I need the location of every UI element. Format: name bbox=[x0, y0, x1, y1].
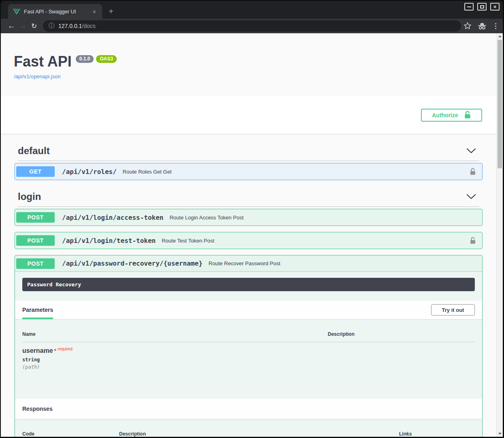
operation-path: /api/v1/login/test-token bbox=[62, 237, 156, 245]
tag-section-login[interactable]: login bbox=[18, 191, 479, 207]
maximize-icon bbox=[480, 5, 484, 9]
parameters-section-header: Parameters Try it out bbox=[15, 301, 482, 319]
operation-summary[interactable]: POST /api/v1/password-recovery/{username… bbox=[15, 256, 482, 272]
method-badge: POST bbox=[16, 212, 55, 223]
reload-icon[interactable]: ↻ bbox=[28, 20, 40, 32]
close-button[interactable]: × bbox=[490, 3, 500, 11]
response-code-header: Code bbox=[22, 431, 119, 437]
opblock-test-token: POST /api/v1/login/test-token Route Test… bbox=[15, 232, 483, 249]
operation-summary-text: Route Recover Password Post bbox=[209, 260, 280, 266]
tab-close-icon[interactable]: × bbox=[91, 8, 98, 15]
parameter-row: username*required string (path) bbox=[22, 347, 475, 370]
operation-summary[interactable]: POST /api/v1/login/access-token Route Lo… bbox=[15, 209, 482, 225]
operation-summary[interactable]: POST /api/v1/login/test-token Route Test… bbox=[15, 232, 482, 249]
parameter-location: (path) bbox=[22, 364, 475, 370]
swagger-page: Fast API 0.1.0 OAS3 /api/v1/openapi.json… bbox=[1, 33, 503, 437]
param-name-header: Name bbox=[22, 331, 328, 337]
chevron-down-icon[interactable] bbox=[466, 194, 476, 200]
tab-strip: Fast API - Swagger UI × + × bbox=[1, 1, 503, 19]
oas3-badge: OAS3 bbox=[96, 55, 117, 63]
browser-tab[interactable]: Fast API - Swagger UI × bbox=[8, 4, 102, 19]
page-scrollbar[interactable] bbox=[496, 33, 503, 437]
method-badge: POST bbox=[16, 258, 55, 269]
operation-path: /api/v1/password-recovery/{username} bbox=[62, 260, 203, 267]
bookmark-star-icon[interactable] bbox=[463, 22, 472, 30]
openapi-spec-link[interactable]: /api/v1/openapi.json bbox=[14, 73, 61, 79]
opblock-roles-get: GET /api/v1/roles/ Route Roles Get Get bbox=[15, 163, 483, 180]
authorize-label: Authorize bbox=[432, 112, 458, 118]
operation-description: Password Recovery bbox=[27, 281, 81, 288]
minimize-icon bbox=[467, 6, 471, 7]
required-asterisk: * bbox=[54, 348, 56, 354]
parameters-table: Name Description username*required strin… bbox=[15, 319, 482, 399]
tag-label: default bbox=[18, 145, 50, 157]
version-badge: 0.1.0 bbox=[76, 55, 94, 63]
auth-lock-icon[interactable] bbox=[470, 168, 476, 176]
method-badge: POST bbox=[16, 235, 55, 246]
authorize-button[interactable]: Authorize bbox=[421, 109, 482, 122]
opblock-password-recovery: POST /api/v1/password-recovery/{username… bbox=[15, 255, 483, 437]
required-label: required bbox=[58, 347, 73, 351]
auth-lock-icon[interactable] bbox=[470, 237, 476, 245]
tag-section-default[interactable]: default bbox=[18, 145, 479, 161]
chevron-down-icon[interactable] bbox=[466, 148, 476, 154]
operation-path: /api/v1/roles/ bbox=[62, 168, 117, 176]
minimize-button[interactable] bbox=[464, 3, 474, 11]
scrollbar-thumb[interactable] bbox=[498, 40, 502, 168]
menu-icon[interactable] bbox=[493, 23, 499, 29]
param-description-header: Description bbox=[328, 331, 355, 337]
try-it-out-button[interactable]: Try it out bbox=[431, 304, 475, 316]
api-info: Fast API 0.1.0 OAS3 bbox=[1, 33, 496, 70]
close-icon: × bbox=[493, 4, 497, 9]
address-bar[interactable]: ⓘ 127.0.0.1 /docs bbox=[43, 20, 461, 32]
operation-summary-text: Route Roles Get Get bbox=[123, 169, 172, 175]
forward-icon[interactable]: → bbox=[17, 20, 28, 32]
responses-title: Responses bbox=[22, 406, 53, 412]
scheme-container: Authorize bbox=[1, 96, 496, 134]
maximize-button[interactable] bbox=[477, 3, 487, 11]
browser-toolbar: ← → ↻ ⓘ 127.0.0.1 /docs bbox=[1, 19, 503, 33]
browser-window: Fast API - Swagger UI × + × ← → ↻ ⓘ 127.… bbox=[0, 0, 504, 438]
scrollbar-down-arrow-icon[interactable] bbox=[497, 431, 503, 437]
response-links-header: Links bbox=[399, 431, 412, 437]
responses-section-header: Responses bbox=[15, 399, 482, 419]
parameter-type: string bbox=[22, 357, 475, 363]
tab-title: Fast API - Swagger UI bbox=[24, 9, 91, 15]
incognito-icon[interactable] bbox=[477, 22, 487, 30]
operation-description-bar: Password Recovery bbox=[22, 278, 475, 291]
site-info-icon[interactable]: ⓘ bbox=[49, 22, 54, 30]
method-badge: GET bbox=[16, 166, 55, 177]
parameters-tab-label: Parameters bbox=[22, 307, 53, 313]
unlock-icon bbox=[464, 111, 471, 119]
tag-label: login bbox=[18, 191, 41, 202]
tab-parameters: Parameters bbox=[22, 301, 53, 319]
response-description-header: Description bbox=[119, 431, 399, 437]
scrollbar-up-arrow-icon[interactable] bbox=[497, 33, 503, 39]
back-icon[interactable]: ← bbox=[6, 20, 17, 32]
new-tab-button[interactable]: + bbox=[105, 6, 117, 17]
page-title: Fast API bbox=[14, 54, 72, 70]
operation-summary-text: Route Login Access Token Post bbox=[169, 215, 243, 221]
parameter-name: username bbox=[22, 347, 53, 354]
opblock-access-token: POST /api/v1/login/access-token Route Lo… bbox=[15, 209, 483, 226]
responses-table: Code Description Links bbox=[15, 419, 482, 437]
operation-summary[interactable]: GET /api/v1/roles/ Route Roles Get Get bbox=[15, 163, 482, 180]
url-host: 127.0.0.1 bbox=[58, 23, 82, 29]
url-path: /docs bbox=[82, 23, 95, 29]
operation-summary-text: Route Test Token Post bbox=[162, 238, 214, 244]
operation-path: /api/v1/login/access-token bbox=[62, 214, 163, 221]
swagger-favicon-icon bbox=[13, 8, 20, 15]
